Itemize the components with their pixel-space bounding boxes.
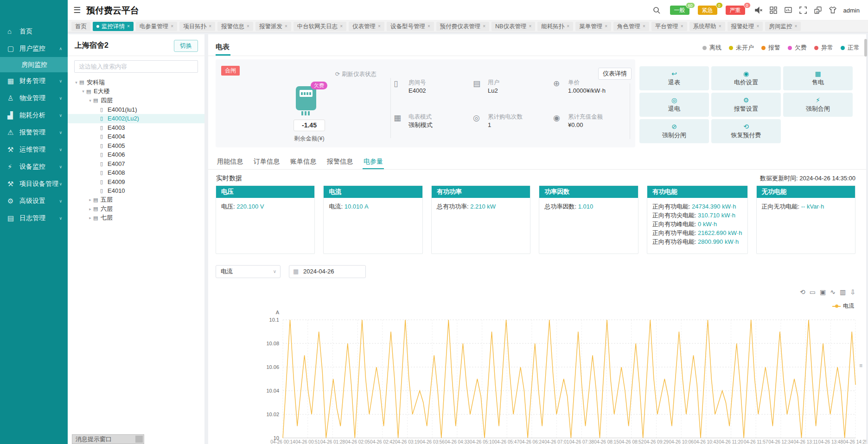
tree-node-五层[interactable]: ▸▤五层 bbox=[68, 196, 204, 205]
alarm-badge-一般[interactable]: 一般60 bbox=[670, 6, 689, 15]
action-强制分闸[interactable]: ⊘强制分闸 bbox=[639, 119, 709, 143]
info-tab-电参量[interactable]: 电参量 bbox=[363, 156, 384, 169]
tree-node-E4001(lu1)[interactable]: ▯E4001(lu1) bbox=[68, 105, 204, 114]
tab-房间监控[interactable]: 房间监控× bbox=[765, 22, 801, 31]
date-picker[interactable]: ▦ 2024-04-26 bbox=[289, 265, 366, 278]
switch-state-badge[interactable]: 合闸 bbox=[221, 66, 240, 76]
close-icon[interactable]: × bbox=[285, 22, 287, 31]
hamburger-menu-icon[interactable]: ☰ bbox=[73, 5, 81, 15]
theme-shirt-icon[interactable] bbox=[829, 6, 837, 14]
close-icon[interactable]: × bbox=[567, 22, 569, 31]
sidebar-item-物业管理[interactable]: ♙物业管理∨ bbox=[0, 89, 68, 107]
close-icon[interactable]: × bbox=[340, 22, 343, 31]
info-tab-用能信息[interactable]: 用能信息 bbox=[216, 156, 244, 169]
apps-grid-icon[interactable] bbox=[769, 6, 778, 14]
close-icon[interactable]: × bbox=[794, 22, 797, 31]
tab-项目拓扑[interactable]: 项目拓扑× bbox=[179, 22, 215, 31]
action-退表[interactable]: ↩退表 bbox=[639, 66, 709, 90]
close-icon[interactable]: × bbox=[643, 22, 645, 31]
tab-首页[interactable]: 首页 bbox=[71, 22, 90, 31]
sidebar-subitem-房间监控[interactable]: 房间监控 bbox=[0, 57, 68, 72]
search-icon[interactable] bbox=[652, 6, 661, 14]
tree-node-E4008[interactable]: ▯E4008 bbox=[68, 168, 204, 178]
tree-node-E4010[interactable]: ▯E4010 bbox=[68, 186, 204, 196]
tab-系统帮助[interactable]: 系统帮助× bbox=[689, 22, 725, 31]
tree-node-E4003[interactable]: ▯E4003 bbox=[68, 123, 204, 133]
info-tab-订单信息[interactable]: 订单信息 bbox=[253, 156, 281, 169]
scrollbar-thumb[interactable] bbox=[864, 39, 867, 57]
tab-NB仪表管理[interactable]: NB仪表管理× bbox=[491, 22, 535, 31]
action-恢复预付费[interactable]: ⟲恢复预付费 bbox=[711, 119, 781, 143]
tree-node-E4009[interactable]: ▯E4009 bbox=[68, 178, 204, 187]
monitor-chart-icon[interactable] bbox=[784, 6, 792, 14]
tab-能耗拓扑[interactable]: 能耗拓扑× bbox=[537, 22, 573, 31]
refresh-meter-state-link[interactable]: ⟳ 刷新仪表状态 bbox=[335, 70, 377, 78]
close-icon[interactable]: × bbox=[127, 22, 130, 31]
tab-电参量管理[interactable]: 电参量管理× bbox=[136, 22, 177, 31]
close-icon[interactable]: × bbox=[171, 22, 173, 31]
sidebar-item-高级设置[interactable]: ⚙高级设置∨ bbox=[0, 192, 68, 209]
close-icon[interactable]: × bbox=[605, 22, 607, 31]
alarm-badge-严重[interactable]: 严重0 bbox=[726, 6, 745, 15]
tree-node-E4007[interactable]: ▯E4007 bbox=[68, 159, 204, 169]
sidebar-item-能耗分析[interactable]: ▟能耗分析∨ bbox=[0, 107, 68, 124]
tab-报警派发[interactable]: 报警派发× bbox=[255, 22, 291, 31]
tab-仪表管理[interactable]: 仪表管理× bbox=[349, 22, 384, 31]
sidebar-item-日志管理[interactable]: ▤日志管理∨ bbox=[0, 209, 68, 227]
tab-报警处理[interactable]: 报警处理× bbox=[728, 22, 763, 31]
sidebar-item-首页[interactable]: ⌂首页 bbox=[0, 23, 68, 40]
close-icon[interactable]: × bbox=[247, 22, 249, 31]
tree-node-E4006[interactable]: ▯E4006 bbox=[68, 150, 204, 159]
sidebar-item-财务管理[interactable]: ▦财务管理∨ bbox=[0, 72, 68, 89]
tree-node-安科瑞[interactable]: ▾▤安科瑞 bbox=[68, 78, 204, 87]
tree-node-E4002(Lu2)[interactable]: ▯E4002(Lu2) bbox=[68, 114, 204, 123]
tree-node-六层[interactable]: ▸▤六层 bbox=[68, 204, 204, 214]
mute-icon[interactable] bbox=[754, 6, 763, 14]
user-name[interactable]: admin bbox=[843, 7, 860, 14]
tab-设备型号管理[interactable]: 设备型号管理× bbox=[387, 22, 434, 31]
action-强制合闸[interactable]: ⚡强制合闸 bbox=[783, 93, 853, 117]
sidebar-item-项目设备管理[interactable]: ⚒项目设备管理∨ bbox=[0, 175, 68, 192]
sidebar-item-报警管理[interactable]: ⚠报警管理∨ bbox=[0, 124, 68, 141]
action-售电[interactable]: ▦售电 bbox=[783, 66, 853, 90]
tab-预付费仪表管理[interactable]: 预付费仪表管理× bbox=[436, 22, 489, 31]
info-tab-报警信息[interactable]: 报警信息 bbox=[326, 156, 354, 169]
close-icon[interactable]: × bbox=[681, 22, 683, 31]
alarm-badge-紧急[interactable]: 紧急0 bbox=[698, 6, 717, 15]
chart-axis-handle-icon[interactable]: ≡ bbox=[859, 362, 862, 369]
tab-监控详情[interactable]: 监控详情× bbox=[93, 22, 134, 31]
action-报警设置[interactable]: ⚙报警设置 bbox=[711, 93, 781, 117]
tree-node-E大楼[interactable]: ▾▤E大楼 bbox=[68, 87, 204, 96]
tree-node-E4004[interactable]: ▯E4004 bbox=[68, 132, 204, 141]
close-icon[interactable]: × bbox=[757, 22, 760, 31]
meter-detail-button[interactable]: 仪表详情 bbox=[598, 68, 632, 80]
close-icon[interactable]: × bbox=[209, 22, 211, 31]
tree-search-input[interactable] bbox=[74, 60, 198, 73]
tab-中台软网关日志[interactable]: 中台软网关日志× bbox=[294, 22, 346, 31]
close-icon[interactable]: × bbox=[483, 22, 485, 31]
action-电价设置[interactable]: ◉电价设置 bbox=[711, 66, 781, 90]
tab-平台管理[interactable]: 平台管理× bbox=[651, 22, 687, 31]
translate-icon[interactable]: A bbox=[814, 6, 822, 14]
info-tab-账单信息[interactable]: 账单信息 bbox=[289, 156, 317, 169]
action-退电[interactable]: ◎退电 bbox=[639, 93, 709, 117]
chevron-down-icon: ∨ bbox=[59, 199, 62, 203]
tab-菜单管理[interactable]: 菜单管理× bbox=[575, 22, 611, 31]
tab-报警信息[interactable]: 报警信息× bbox=[217, 22, 253, 31]
parameter-select[interactable]: 电流 ∨ bbox=[216, 265, 281, 278]
message-window-bar[interactable]: 消息提示窗口 bbox=[72, 434, 144, 444]
fullscreen-icon[interactable] bbox=[799, 6, 807, 14]
message-window-toggle[interactable] bbox=[135, 436, 143, 443]
tab-角色管理[interactable]: 角色管理× bbox=[613, 22, 649, 31]
tree-node-四层[interactable]: ▾▤四层 bbox=[68, 96, 204, 105]
tree-node-七层[interactable]: ▸▤七层 bbox=[68, 214, 204, 223]
sidebar-item-用户监控[interactable]: ▢用户监控∧ bbox=[0, 40, 68, 57]
sidebar-item-运维管理[interactable]: ⚒运维管理∨ bbox=[0, 141, 68, 158]
sidebar-item-设备监控[interactable]: ⚡设备监控∨ bbox=[0, 158, 68, 175]
switch-button[interactable]: 切换 bbox=[174, 40, 198, 52]
close-icon[interactable]: × bbox=[719, 22, 721, 31]
tree-node-E4005[interactable]: ▯E4005 bbox=[68, 141, 204, 151]
close-icon[interactable]: × bbox=[428, 22, 430, 31]
close-icon[interactable]: × bbox=[529, 22, 531, 31]
close-icon[interactable]: × bbox=[378, 22, 381, 31]
